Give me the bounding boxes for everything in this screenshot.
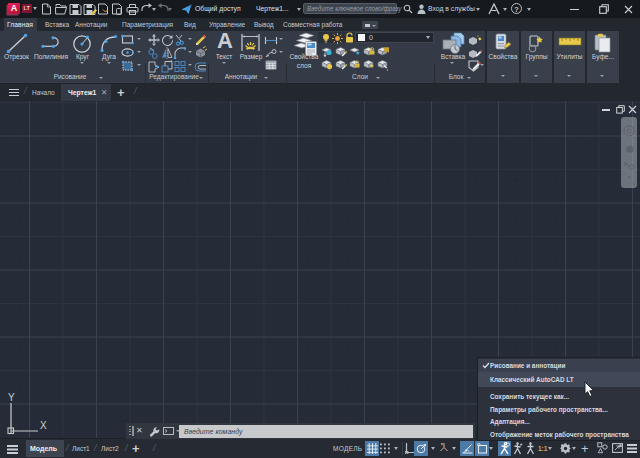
svg-text:X: X bbox=[40, 420, 47, 431]
svg-text:Y: Y bbox=[8, 392, 15, 403]
